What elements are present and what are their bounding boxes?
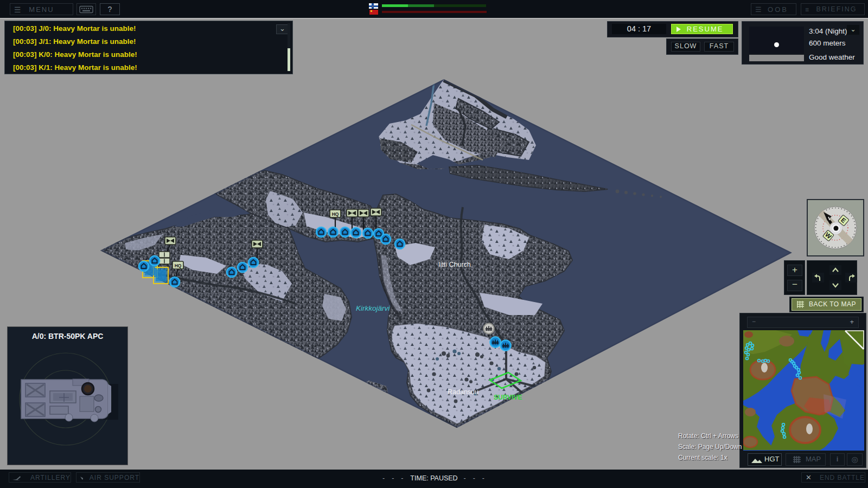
svg-text:SURVIVE: SURVIVE — [494, 394, 522, 401]
svg-text:Kirkkojärvi: Kirkkojärvi — [356, 304, 390, 312]
svg-text:Iitti Church: Iitti Church — [438, 261, 471, 268]
svg-text:Radansuu: Radansuu — [448, 388, 478, 396]
